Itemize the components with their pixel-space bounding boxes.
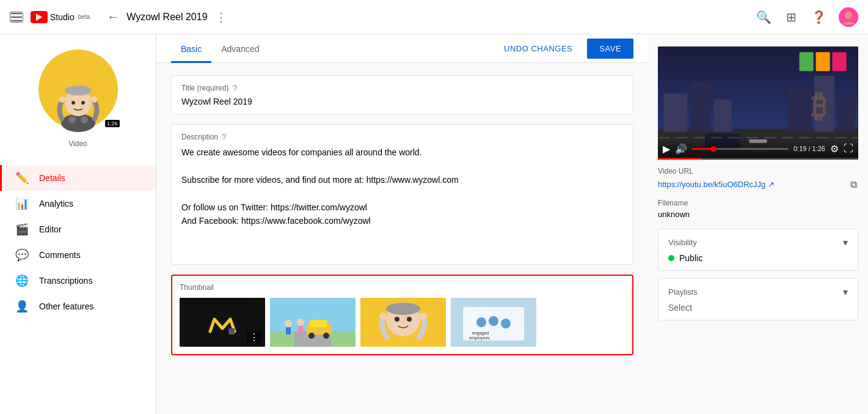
volume-button[interactable]: 🔊	[675, 143, 687, 155]
svg-point-4	[81, 116, 88, 124]
thumb-2-svg	[270, 298, 356, 347]
tab-advanced[interactable]: Advanced	[211, 34, 269, 63]
thumbnail-section: Thumbnail ⋮	[171, 275, 633, 355]
search-button[interactable]: 🔍	[754, 7, 774, 27]
sidebar-item-transcriptions[interactable]: 🌐 Transcriptions	[0, 268, 156, 294]
thumbnails: ⋮	[180, 298, 625, 347]
description-field: Description ? We create awesome videos f…	[171, 124, 633, 265]
create-button[interactable]: ⊞	[784, 7, 799, 27]
thumbnail-item-2[interactable]	[270, 298, 356, 347]
video-controls: ▶ 🔊 0:19 / 1:26 ⚙ ⛶	[658, 138, 858, 160]
svg-point-33	[476, 317, 486, 327]
visibility-public-indicator	[668, 255, 674, 261]
character-svg	[51, 77, 106, 132]
visibility-dropdown-arrow[interactable]: ▾	[843, 237, 848, 248]
svg-point-28	[407, 317, 412, 322]
svg-rect-12	[228, 328, 235, 335]
logo-beta: beta	[78, 13, 90, 20]
video-url-label: Video URL	[658, 167, 858, 176]
sidebar-video-label: Video	[68, 139, 87, 148]
video-url-section: Video URL https://youtu.be/k5uO6DRcJJg ↗…	[658, 167, 858, 191]
thumbnail-item-1[interactable]: ⋮	[180, 298, 265, 347]
svg-point-10	[91, 97, 97, 103]
thumb-more-button[interactable]: ⋮	[247, 331, 261, 343]
sidebar-item-other-label: Other features	[39, 301, 94, 311]
play-button[interactable]: ▶	[663, 143, 670, 155]
video-url-link[interactable]: https://youtu.be/k5uO6DRcJJg ↗	[658, 180, 775, 189]
sidebar-item-comments[interactable]: 💬 Comments	[0, 242, 156, 268]
visibility-label: Visibility	[668, 238, 697, 247]
avatar-duration: 1:26	[105, 120, 120, 127]
title-help-icon[interactable]: ?	[233, 83, 238, 93]
title-input[interactable]	[181, 97, 623, 106]
transcriptions-icon: 🌐	[15, 274, 29, 287]
sidebar-item-analytics[interactable]: 📊 Analytics	[0, 191, 156, 216]
sidebar-item-other[interactable]: 👤 Other features	[0, 294, 156, 319]
description-input[interactable]: We create awesome videos for companies a…	[181, 146, 623, 255]
save-button[interactable]: SAVE	[587, 39, 633, 59]
time-display: 0:19 / 1:26	[793, 145, 825, 152]
svg-point-6	[65, 86, 92, 95]
analytics-icon: 📊	[15, 197, 29, 210]
svg-rect-50	[833, 52, 847, 71]
visibility-text: Public	[679, 253, 702, 263]
settings-button[interactable]: ⚙	[830, 143, 839, 155]
title-label: Title (required) ?	[181, 83, 623, 93]
avatar-character	[51, 77, 106, 132]
svg-point-8	[81, 101, 85, 105]
sidebar-item-editor-label: Editor	[39, 224, 62, 234]
back-button[interactable]: ←	[104, 7, 122, 26]
sidebar-item-details[interactable]: ✏️ Details	[0, 165, 156, 191]
sidebar-item-editor[interactable]: 🎬 Editor	[0, 216, 156, 242]
avatar[interactable]	[839, 7, 858, 27]
sidebar-item-transcriptions-label: Transcriptions	[39, 276, 92, 286]
visibility-section: Visibility ▾ Public	[658, 229, 858, 271]
comments-icon: 💬	[15, 248, 29, 262]
hamburger-menu[interactable]	[10, 12, 23, 23]
editor-icon: 🎬	[15, 223, 29, 236]
svg-text:employees: employees	[469, 336, 490, 341]
sidebar-avatar-section: 1:26 Video	[0, 34, 156, 160]
svg-rect-44	[787, 87, 811, 131]
playlists-dropdown-arrow[interactable]: ▾	[843, 286, 848, 298]
svg-rect-49	[816, 52, 830, 71]
svg-point-22	[297, 319, 304, 326]
form-section: Title (required) ? Description ? We crea…	[171, 75, 633, 355]
svg-point-1	[845, 12, 852, 19]
svg-point-29	[379, 312, 387, 320]
video-preview: ₿ ▶ 🔊 0:19 / 1:26 ⚙	[658, 46, 858, 160]
description-label: Description ?	[181, 132, 623, 142]
tab-actions: UNDO CHANGES SAVE	[497, 39, 633, 59]
main-content: Basic Advanced UNDO CHANGES SAVE Title (…	[156, 34, 648, 414]
more-options-button[interactable]: ⋮	[213, 7, 230, 27]
right-panel: ₿ ▶ 🔊 0:19 / 1:26 ⚙	[648, 34, 868, 414]
thumbnail-item-3[interactable]	[360, 298, 446, 347]
fullscreen-button[interactable]: ⛶	[844, 143, 853, 154]
thumbnail-item-4[interactable]: engaged employees	[451, 298, 536, 347]
undo-changes-button[interactable]: UNDO CHANGES	[497, 39, 580, 58]
sidebar-item-analytics-label: Analytics	[39, 199, 73, 209]
youtube-icon	[31, 11, 48, 23]
svg-point-34	[489, 316, 498, 326]
svg-point-9	[59, 97, 65, 103]
svg-point-20	[285, 320, 292, 327]
svg-rect-42	[690, 82, 711, 132]
progress-bar[interactable]	[692, 148, 789, 150]
copy-url-button[interactable]: ⧉	[849, 178, 858, 191]
svg-point-26	[386, 303, 420, 315]
svg-rect-43	[714, 99, 732, 131]
progress-thumb	[710, 146, 716, 152]
svg-text:₿: ₿	[811, 89, 826, 124]
external-link-icon: ↗	[768, 180, 775, 189]
filename-label: Filename	[658, 199, 858, 207]
svg-text:engaged: engaged	[472, 331, 489, 336]
svg-rect-23	[298, 326, 303, 333]
description-help-icon[interactable]: ?	[222, 132, 227, 142]
logo: Studiobeta	[31, 11, 90, 23]
tab-basic[interactable]: Basic	[171, 34, 211, 63]
help-button[interactable]: ❓	[809, 7, 829, 27]
sidebar-item-comments-label: Comments	[39, 250, 81, 260]
thumbnail-label: Thumbnail	[180, 283, 625, 292]
svg-point-30	[420, 312, 427, 320]
topbar: Studiobeta ← Wyzowl Reel 2019 ⋮ 🔍 ⊞ ❓	[0, 0, 868, 34]
